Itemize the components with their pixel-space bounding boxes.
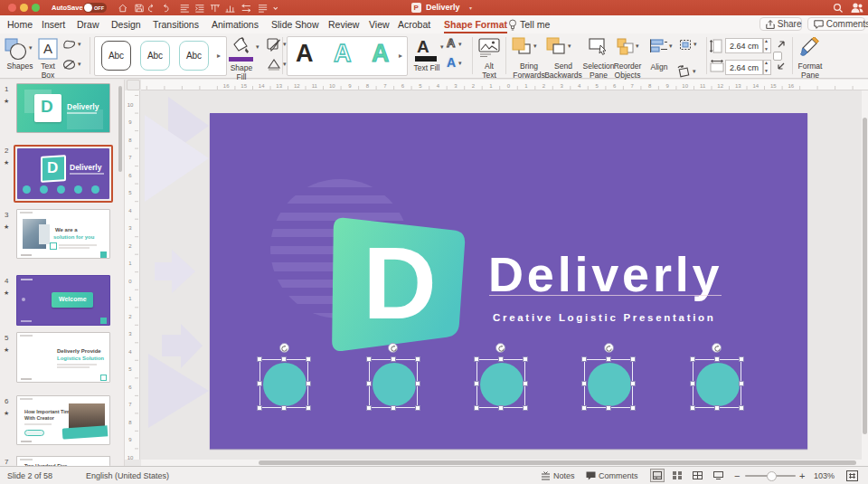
svg-text:0: 0 <box>507 83 511 89</box>
svg-text:3: 3 <box>128 331 132 337</box>
svg-text:7: 7 <box>128 155 132 160</box>
svg-text:10: 10 <box>127 455 134 460</box>
svg-text:9: 9 <box>128 119 132 125</box>
svg-text:15: 15 <box>770 83 777 89</box>
svg-text:10: 10 <box>682 83 688 89</box>
svg-text:15: 15 <box>241 83 247 89</box>
svg-text:14: 14 <box>259 83 265 89</box>
svg-text:4: 4 <box>128 349 132 355</box>
svg-text:8: 8 <box>128 138 132 143</box>
svg-text:2: 2 <box>128 314 132 319</box>
svg-text:A: A <box>43 41 52 56</box>
svg-text:7: 7 <box>128 402 132 407</box>
svg-text:2: 2 <box>128 243 132 249</box>
svg-text:1: 1 <box>128 296 132 301</box>
svg-text:5: 5 <box>128 190 132 195</box>
svg-text:2: 2 <box>472 83 476 89</box>
svg-text:9: 9 <box>128 437 132 442</box>
svg-text:1: 1 <box>489 83 493 89</box>
svg-text:10: 10 <box>127 102 134 108</box>
svg-text:9: 9 <box>348 83 352 89</box>
svg-text:3: 3 <box>560 83 563 89</box>
svg-text:11: 11 <box>312 83 318 89</box>
svg-text:9: 9 <box>666 83 670 89</box>
svg-text:4: 4 <box>128 208 132 214</box>
svg-text:5: 5 <box>419 83 422 89</box>
svg-text:0: 0 <box>128 279 132 284</box>
svg-text:7: 7 <box>630 83 634 89</box>
svg-text:5: 5 <box>128 366 132 372</box>
svg-text:5: 5 <box>595 83 599 89</box>
svg-text:12: 12 <box>294 83 300 89</box>
svg-text:16: 16 <box>788 83 794 89</box>
svg-text:8: 8 <box>128 420 132 425</box>
svg-text:4: 4 <box>578 83 581 89</box>
svg-text:2: 2 <box>542 83 546 89</box>
svg-text:10: 10 <box>329 83 335 89</box>
svg-text:4: 4 <box>437 83 440 89</box>
svg-text:12: 12 <box>717 83 723 89</box>
svg-text:1: 1 <box>128 261 132 266</box>
svg-text:1: 1 <box>524 83 528 89</box>
svg-text:6: 6 <box>128 173 132 178</box>
svg-text:6: 6 <box>128 384 132 390</box>
svg-text:6: 6 <box>613 83 617 89</box>
svg-text:13: 13 <box>276 83 282 89</box>
svg-text:11: 11 <box>700 83 706 89</box>
svg-text:6: 6 <box>401 83 405 89</box>
svg-text:7: 7 <box>383 83 387 89</box>
svg-text:13: 13 <box>735 83 741 89</box>
svg-text:8: 8 <box>648 83 652 89</box>
svg-text:3: 3 <box>454 83 458 89</box>
svg-text:16: 16 <box>223 83 230 89</box>
svg-text:3: 3 <box>128 225 132 231</box>
svg-text:8: 8 <box>366 83 370 89</box>
svg-text:14: 14 <box>752 83 759 89</box>
